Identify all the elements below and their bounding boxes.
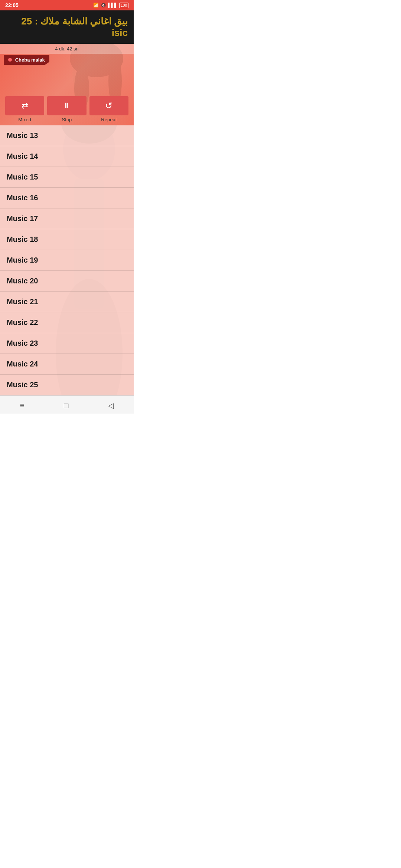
track-item[interactable]: Music 21 <box>0 292 134 312</box>
shuffle-icon <box>22 101 28 111</box>
home-button[interactable]: □ <box>56 400 76 411</box>
back-button[interactable]: ◁ <box>101 400 121 411</box>
pause-icon <box>63 101 71 111</box>
track-item[interactable]: Music 18 <box>0 229 134 250</box>
bluetooth-icon: 📶 <box>93 3 99 8</box>
shuffle-button[interactable] <box>5 96 44 115</box>
stop-label: Stop <box>62 117 72 122</box>
track-item[interactable]: Music 20 <box>0 271 134 292</box>
status-time: 22:05 <box>5 2 19 8</box>
tracks-container: Music 13Music 14Music 15Music 16Music 17… <box>0 125 134 395</box>
track-item[interactable]: Music 15 <box>0 167 134 188</box>
player-controls: Mixed Stop Repeat <box>0 96 134 125</box>
mute-icon: 🔇 <box>101 3 106 8</box>
menu-button[interactable]: ≡ <box>13 400 32 411</box>
status-icons: 📶 🔇 ▌▌▌ 100 <box>93 3 128 8</box>
track-item[interactable]: Music 17 <box>0 208 134 229</box>
track-item[interactable]: Music 19 <box>0 250 134 271</box>
status-bar: 22:05 📶 🔇 ▌▌▌ 100 <box>0 0 134 10</box>
artist-name: Cheba malak <box>4 55 49 65</box>
duration-display: 4 dk. 42 sn <box>0 44 134 54</box>
track-list: Music 13Music 14Music 15Music 16Music 17… <box>0 125 134 395</box>
track-item[interactable]: Music 22 <box>0 312 134 333</box>
stop-control[interactable]: Stop <box>47 96 86 122</box>
repeat-icon <box>105 101 113 111</box>
track-item[interactable]: Music 14 <box>0 146 134 167</box>
repeat-button[interactable] <box>89 96 128 115</box>
shuffle-control[interactable]: Mixed <box>5 96 44 122</box>
repeat-control[interactable]: Repeat <box>89 96 128 122</box>
track-item[interactable]: Music 23 <box>0 333 134 354</box>
shuffle-label: Mixed <box>18 117 31 122</box>
player-section: 4 dk. 42 sn Cheba malak Mixed Stop <box>0 44 134 125</box>
stop-button[interactable] <box>47 96 86 115</box>
track-item[interactable]: Music 13 <box>0 125 134 146</box>
track-item[interactable]: Music 25 <box>0 375 134 395</box>
repeat-label: Repeat <box>101 117 117 122</box>
header-banner: بيق اغاني الشابة ملاك : 25 isic <box>0 10 134 44</box>
battery-indicator: 100 <box>119 3 128 8</box>
bottom-navigation: ≡ □ ◁ <box>0 395 134 414</box>
player-overlay: 4 dk. 42 sn Cheba malak Mixed Stop <box>0 44 134 125</box>
track-item[interactable]: Music 24 <box>0 354 134 375</box>
signal-icon: ▌▌▌ <box>108 3 118 8</box>
app-title: بيق اغاني الشابة ملاك : 25 isic <box>6 16 128 39</box>
artist-badge: Cheba malak <box>4 55 49 65</box>
track-item[interactable]: Music 16 <box>0 188 134 208</box>
artist-dot <box>8 58 12 62</box>
